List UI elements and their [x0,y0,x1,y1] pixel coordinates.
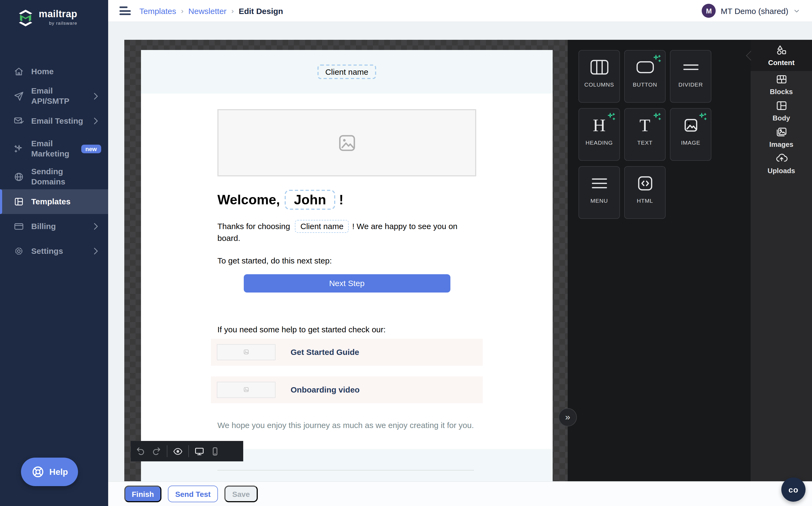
rail-tab-label: Uploads [767,166,795,174]
send-test-button[interactable]: Send Test [168,486,218,502]
image-placeholder-icon [243,387,249,393]
sidebar: mailtrap by railsware Home Email API/SMT… [0,0,108,506]
text-icon: T [640,117,650,133]
sidebar-item-templates[interactable]: Templates [0,189,108,214]
tile-label: COLUMNS [584,81,614,87]
envelope-check-icon [13,115,24,126]
cloud-upload-icon [775,152,788,164]
main-area: Templates › Newsletter › Edit Design M M… [108,0,812,506]
resource-label: Get Started Guide [291,347,359,356]
sidebar-item-label: Sending Domains [31,167,86,187]
mobile-view-icon[interactable] [210,446,220,456]
menu-icon [589,175,609,191]
sidebar-item-label: Email Testing [31,116,86,126]
mailtrap-logo-icon [17,9,34,27]
email-image-placeholder[interactable] [217,109,476,176]
chevron-right-icon [90,115,101,126]
divider-icon [681,59,700,75]
bottom-action-bar: Finish Send Test Save [108,481,812,506]
email-header-section[interactable]: Client name [141,50,552,94]
rail-tab-blocks[interactable]: Blocks [751,71,812,97]
heading-suffix: ! [339,192,344,207]
next-step-button[interactable]: Next Step [243,274,450,292]
breadcrumb-templates[interactable]: Templates [139,6,176,15]
block-tiles-grid: COLUMNS BUTTON DIVIDER [579,50,751,219]
brand-name: mailtrap [39,9,77,19]
chevron-right-icon [90,246,101,256]
breadcrumb-newsletter[interactable]: Newsletter [188,6,227,15]
redo-icon[interactable] [151,446,161,456]
collapse-panel-button[interactable]: » [559,408,577,426]
tile-label: BUTTON [633,81,657,87]
email-thanks-paragraph[interactable]: Thanks for choosing Client name ! We are… [217,220,476,244]
sidebar-item-label: Billing [31,221,86,232]
breadcrumb: Templates › Newsletter › Edit Design [139,6,283,15]
rail-tab-label: Blocks [770,87,793,95]
block-tile-heading[interactable]: H HEADING [579,108,620,161]
chevron-right-icon [90,91,101,102]
chevron-down-icon [793,7,800,14]
block-tile-menu[interactable]: MENU [579,166,620,219]
mailtrap-edit-design-screen: mailtrap by railsware Home Email API/SMT… [0,0,812,506]
account-menu[interactable]: M MT Demo (shared) [702,4,800,18]
tile-label: DIVIDER [678,81,703,87]
email-help-paragraph[interactable]: If you need some help to get started che… [217,325,476,334]
tile-label: TEXT [638,139,653,146]
sidebar-nav: Home Email API/SMTP Email Testing Email … [0,59,108,263]
editor-workspace: Client name Welcome, John ! Thanks for c… [108,22,812,481]
photos-icon [775,125,788,138]
breadcrumb-separator: › [181,6,183,15]
sidebar-item-billing[interactable]: Billing [0,214,108,239]
email-next-step-paragraph[interactable]: To get started, do this next step: [217,256,476,265]
footer-divider [217,470,474,470]
sidebar-item-email-marketing[interactable]: Email Marketing new [0,133,108,165]
email-welcome-heading[interactable]: Welcome, John ! [217,190,476,210]
tile-label: HEADING [585,139,613,146]
toolbar-divider [167,445,167,457]
paper-plane-icon [13,91,24,102]
resource-row-onboarding-video[interactable]: Onboarding video [211,376,483,403]
sidebar-toggle-icon[interactable] [120,6,131,15]
email-closing-paragraph[interactable]: We hope you enjoy this journey as much a… [217,420,476,429]
rail-tab-images[interactable]: Images [751,124,812,150]
sidebar-item-email-testing[interactable]: Email Testing [0,109,108,133]
resource-row-get-started-guide[interactable]: Get Started Guide [211,338,483,365]
block-tile-text[interactable]: T TEXT [624,108,666,161]
mailtrap-logo[interactable]: mailtrap by railsware [0,0,108,27]
globe-icon [13,172,24,182]
save-button[interactable]: Save [224,486,258,502]
preview-eye-icon[interactable] [173,446,183,456]
sidebar-item-email-api-smtp[interactable]: Email API/SMTP [0,84,108,109]
help-button[interactable]: Help [21,457,78,486]
tile-label: HTML [637,197,653,203]
sidebar-item-sending-domains[interactable]: Sending Domains [0,165,108,189]
bricks-icon [775,73,788,85]
toolbar-divider [188,445,189,457]
rail-tab-content[interactable]: Content [751,40,812,71]
email-cta-block: Next Step [211,274,483,292]
block-tile-image[interactable]: IMAGE [670,108,711,161]
rail-tab-label: Body [773,114,790,122]
rail-tab-body[interactable]: Body [751,97,812,124]
finish-button[interactable]: Finish [124,486,161,502]
breadcrumb-current: Edit Design [239,6,283,15]
undo-icon[interactable] [136,446,146,456]
image-icon [683,117,699,133]
block-tile-button[interactable]: BUTTON [624,50,666,103]
block-tile-divider[interactable]: DIVIDER [670,50,711,103]
client-name-variable-chip[interactable]: Client name [318,65,376,79]
top-bar: Templates › Newsletter › Edit Design M M… [108,0,812,22]
client-name-variable-chip[interactable]: Client name [295,220,349,233]
chat-widget-button[interactable]: co [781,478,806,502]
email-preview[interactable]: Client name Welcome, John ! Thanks for c… [141,50,552,481]
breadcrumb-separator: › [231,6,234,15]
sidebar-item-settings[interactable]: Settings [0,239,108,263]
first-name-variable-chip[interactable]: John [285,190,335,210]
ai-sparkle-icon [698,112,707,121]
block-tile-columns[interactable]: COLUMNS [579,50,620,103]
desktop-view-icon[interactable] [194,446,205,456]
rail-tab-uploads[interactable]: Uploads [751,150,812,176]
block-tile-html[interactable]: HTML [624,166,666,219]
sidebar-item-label: Home [31,66,86,77]
sidebar-item-home[interactable]: Home [0,59,108,84]
